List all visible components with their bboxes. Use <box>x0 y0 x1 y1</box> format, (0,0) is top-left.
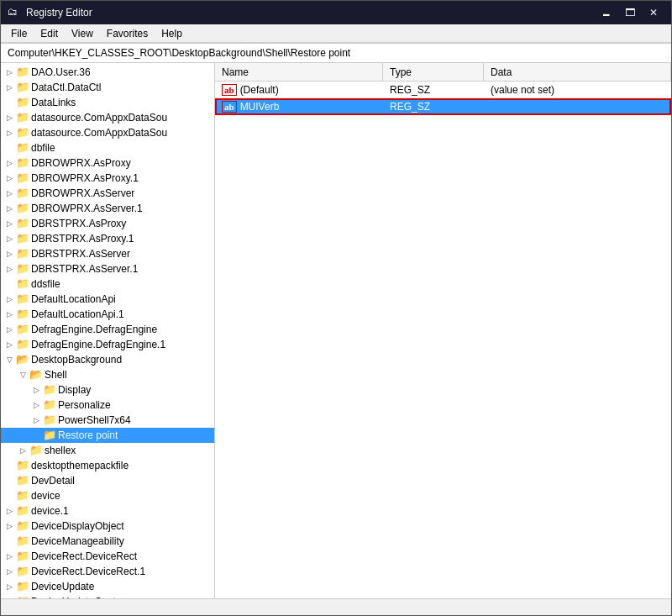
folder-icon: 📁 <box>16 460 29 471</box>
expand-icon: ▷ <box>4 552 14 561</box>
tree-item-devicemanageability[interactable]: 📁 DeviceManageability <box>1 534 214 549</box>
folder-icon: 📁 <box>16 112 29 124</box>
tree-item-shell[interactable]: ▽ 📂 Shell <box>1 367 214 382</box>
menu-favorites[interactable]: Favorites <box>100 26 155 41</box>
tree-item-deviceupdate[interactable]: ▷ 📁 DeviceUpdate <box>1 579 214 594</box>
folder-icon: 📁 <box>16 82 29 93</box>
tree-label: datasource.ComAppxDataSou <box>31 127 167 139</box>
expand-icon: ▷ <box>31 401 41 409</box>
folder-icon: 📁 <box>16 142 29 154</box>
tree-item-defaultlocationapi[interactable]: ▷ 📁 DefaultLocationApi <box>1 292 214 307</box>
cell-name-muiverb: ab MUIVerb <box>215 99 383 114</box>
folder-icon: 📁 <box>16 550 29 562</box>
tree-item-datactl[interactable]: ▷ 📁 DataCtl.DataCtl <box>1 80 214 95</box>
address-path: Computer\HKEY_CLASSES_ROOT\DesktopBackgr… <box>8 47 350 59</box>
menu-view[interactable]: View <box>65 26 100 41</box>
col-header-name: Name <box>215 63 383 81</box>
tree-label: Display <box>58 384 91 396</box>
reg-type-icon: ab <box>222 101 237 113</box>
tree-label: DBROWPRX.AsProxy.1 <box>31 172 139 184</box>
tree-item-desktopthemepackfile[interactable]: 📁 desktopthemepackfile <box>1 458 214 473</box>
tree-item-dao-user-36[interactable]: ▷ 📁 DAO.User.36 <box>1 65 214 80</box>
folder-icon: 📁 <box>16 157 29 169</box>
tree-item-datalinks[interactable]: 📁 DataLinks <box>1 95 214 110</box>
folder-icon: 📁 <box>16 308 29 320</box>
tree-label: Restore point <box>58 429 118 441</box>
tree-item-dbrstprx-asserver[interactable]: ▷ 📁 DBRSTPRX.AsServer <box>1 246 214 261</box>
tree-label: shellex <box>45 445 76 456</box>
tree-item-display[interactable]: ▷ 📁 Display <box>1 382 214 398</box>
expand-icon: ▷ <box>4 129 14 137</box>
tree-label: DefragEngine.DefragEngine <box>31 324 157 335</box>
tree-item-powershell7x64[interactable]: ▷ 📁 PowerShell7x64 <box>1 413 214 428</box>
tree-label: DefragEngine.DefragEngine.1 <box>31 339 165 350</box>
address-bar[interactable]: Computer\HKEY_CLASSES_ROOT\DesktopBackgr… <box>1 43 671 63</box>
detail-row-default[interactable]: ab (Default) REG_SZ (value not set) <box>215 82 671 98</box>
folder-icon: 📁 <box>43 414 56 426</box>
tree-item-device1[interactable]: ▷ 📁 device.1 <box>1 503 214 519</box>
tree-item-dbrowprx-asproxy[interactable]: ▷ 📁 DBROWPRX.AsProxy <box>1 155 214 171</box>
tree-label: datasource.ComAppxDataSou <box>31 112 167 124</box>
window-controls: 🗕 🗖 ✕ <box>596 4 664 21</box>
tree-item-datasource1[interactable]: ▷ 📁 datasource.ComAppxDataSou <box>1 110 214 125</box>
menu-edit[interactable]: Edit <box>34 26 65 41</box>
tree-label: device.1 <box>31 505 69 517</box>
tree-item-device[interactable]: 📁 device <box>1 488 214 503</box>
tree-label: DBRSTPRX.AsProxy.1 <box>31 233 134 245</box>
tree-item-dbrowprx-asserver[interactable]: ▷ 📁 DBROWPRX.AsServer <box>1 186 214 201</box>
tree-label: DBRSTPRX.AsServer.1 <box>31 263 138 275</box>
folder-icon: 📁 <box>43 399 56 411</box>
folder-icon: 📁 <box>16 293 29 305</box>
tree-item-personalize[interactable]: ▷ 📁 Personalize <box>1 398 214 413</box>
tree-item-devicedisplayobject[interactable]: ▷ 📁 DeviceDisplayObject <box>1 519 214 534</box>
tree-label: DefaultLocationApi <box>31 293 116 305</box>
tree-item-defragengine[interactable]: ▷ 📁 DefragEngine.DefragEngine <box>1 322 214 337</box>
reg-type-icon: ab <box>222 84 237 96</box>
folder-icon: 📁 <box>16 127 29 139</box>
menu-bar: File Edit View Favorites Help <box>1 24 671 43</box>
folder-icon: 📁 <box>16 505 29 517</box>
tree-item-devicerect[interactable]: ▷ 📁 DeviceRect.DeviceRect <box>1 549 214 564</box>
tree-item-shellex[interactable]: ▷ 📁 shellex <box>1 443 214 458</box>
tree-item-ddsfile[interactable]: 📁 ddsfile <box>1 276 214 292</box>
folder-icon: 📁 <box>43 384 56 396</box>
tree-label: DefaultLocationApi.1 <box>31 308 124 320</box>
folder-icon: 📁 <box>43 429 56 441</box>
tree-item-datasource2[interactable]: ▷ 📁 datasource.ComAppxDataSou <box>1 125 214 140</box>
tree-item-dbfile[interactable]: 📁 dbfile <box>1 140 214 155</box>
tree-item-defaultlocationapi1[interactable]: ▷ 📁 DefaultLocationApi.1 <box>1 307 214 322</box>
tree-item-devdetail[interactable]: 📁 DevDetail <box>1 473 214 488</box>
folder-icon: 📁 <box>16 233 29 245</box>
tree-item-desktopbackground[interactable]: ▽ 📂 DesktopBackground <box>1 352 214 367</box>
minimize-button[interactable]: 🗕 <box>596 4 617 21</box>
detail-body[interactable]: ab (Default) REG_SZ (value not set) ab M… <box>215 82 671 598</box>
cell-data-muiverb <box>484 105 671 108</box>
tree-pane[interactable]: ▷ 📁 DAO.User.36 ▷ 📁 DataCtl.DataCtl 📁 Da… <box>1 63 215 598</box>
menu-file[interactable]: File <box>4 26 34 41</box>
tree-item-dbrstprx-asserver1[interactable]: ▷ 📁 DBRSTPRX.AsServer.1 <box>1 261 214 276</box>
title-bar: 🗂 Registry Editor 🗕 🗖 ✕ <box>1 1 671 24</box>
expand-icon: ▷ <box>4 325 14 334</box>
tree-item-dbrowprx-asproxy1[interactable]: ▷ 📁 DBROWPRX.AsProxy.1 <box>1 171 214 186</box>
folder-icon: 📁 <box>16 339 29 350</box>
expand-icon: ▷ <box>4 310 14 319</box>
tree-item-devicerect1[interactable]: ▷ 📁 DeviceRect.DeviceRect.1 <box>1 564 214 579</box>
tree-item-restore-point[interactable]: 📁 Restore point <box>1 428 214 443</box>
maximize-button[interactable]: 🗖 <box>619 4 641 21</box>
menu-help[interactable]: Help <box>155 26 189 41</box>
tree-label: DeviceDisplayObject <box>31 520 124 532</box>
tree-label: DevDetail <box>31 475 75 487</box>
tree-item-dbrowprx-asserver1[interactable]: ▷ 📁 DBROWPRX.AsServer.1 <box>1 201 214 216</box>
expand-icon: ▷ <box>4 219 14 228</box>
tree-label: DesktopBackground <box>31 354 122 366</box>
detail-pane: Name Type Data ab (Default) REG_SZ (v <box>215 63 671 598</box>
tree-item-defragengine1[interactable]: ▷ 📁 DefragEngine.DefragEngine.1 <box>1 337 214 352</box>
tree-label: DBROWPRX.AsProxy <box>31 157 131 169</box>
detail-row-muiverb[interactable]: ab MUIVerb REG_SZ <box>215 98 671 115</box>
folder-icon: 📁 <box>16 324 29 335</box>
expand-icon: ▽ <box>4 355 14 364</box>
expand-icon <box>4 461 14 470</box>
tree-item-dbrstprx-asproxy1[interactable]: ▷ 📁 DBRSTPRX.AsProxy.1 <box>1 231 214 246</box>
close-button[interactable]: ✕ <box>643 4 664 21</box>
tree-item-dbrstprx-asproxy[interactable]: ▷ 📁 DBRSTPRX.AsProxy <box>1 216 214 231</box>
